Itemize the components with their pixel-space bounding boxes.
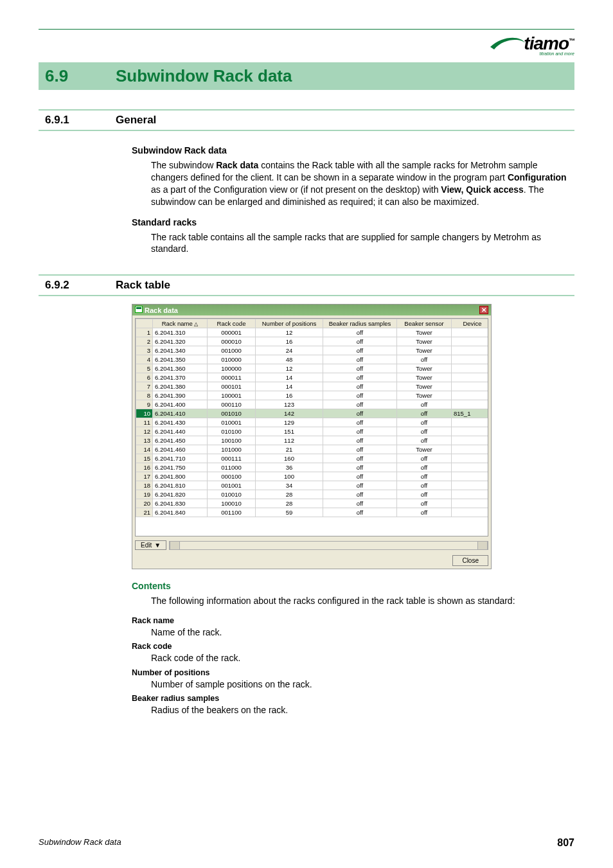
table-row[interactable]: 36.2041.34000100024offTower: [136, 346, 489, 355]
cell-rack-name: 6.2041.350: [153, 355, 208, 364]
subsection-title: Rack table: [116, 279, 170, 292]
logo-name: tiamo: [524, 33, 569, 53]
cell-positions: 12: [256, 364, 323, 373]
table-row[interactable]: 116.2041.430010001129offoff: [136, 418, 489, 427]
cell-rack-code: 010001: [208, 418, 256, 427]
cell-beaker-radius: off: [323, 472, 397, 481]
cell-device: [452, 472, 489, 481]
table-row[interactable]: 26.2041.32000001016offTower: [136, 337, 489, 346]
cell-beaker-radius: off: [323, 508, 397, 517]
paragraph-subwindow: The subwindow Rack data contains the Rac…: [151, 159, 574, 208]
table-row[interactable]: 86.2041.39010000116offTower: [136, 391, 489, 400]
cell-positions: 16: [256, 337, 323, 346]
table-row[interactable]: 146.2041.46010100021offTower: [136, 445, 489, 454]
row-number-header[interactable]: [136, 319, 153, 328]
cell-rack-code: 000001: [208, 328, 256, 337]
cell-rack-code: 000110: [208, 400, 256, 409]
table-row[interactable]: 166.2041.75001100036offoff: [136, 463, 489, 472]
definition-term: Number of positions: [132, 668, 574, 677]
cell-rack-code: 101000: [208, 445, 256, 454]
window-title: Rack data: [135, 306, 178, 314]
row-number: 2: [136, 337, 153, 346]
cell-positions: 14: [256, 382, 323, 391]
cell-rack-name: 6.2041.320: [153, 337, 208, 346]
col-beaker-sensor[interactable]: Beaker sensor: [397, 319, 452, 328]
cell-beaker-radius: off: [323, 481, 397, 490]
cell-rack-code: 001100: [208, 508, 256, 517]
table-row[interactable]: 106.2041.410001010142offoff815_1: [136, 409, 489, 418]
subsection-number: 6.9.1: [45, 114, 116, 127]
col-rack-code[interactable]: Rack code: [208, 319, 256, 328]
cell-rack-code: 100010: [208, 499, 256, 508]
subsection-title: General: [116, 114, 156, 127]
text-bold: Rack data: [216, 160, 258, 170]
footer-title: Subwindow Rack data: [39, 837, 121, 849]
cell-rack-name: 6.2041.820: [153, 490, 208, 499]
cell-rack-code: 000011: [208, 373, 256, 382]
cell-rack-code: 000100: [208, 472, 256, 481]
cell-positions: 14: [256, 373, 323, 382]
cell-positions: 123: [256, 400, 323, 409]
cell-device: [452, 346, 489, 355]
cell-rack-name: 6.2041.360: [153, 364, 208, 373]
page-number: 807: [557, 837, 574, 849]
close-icon[interactable]: ✕: [479, 306, 488, 314]
table-row[interactable]: 156.2041.710000111160offoff: [136, 454, 489, 463]
table-row[interactable]: 136.2041.450100100112offoff: [136, 436, 489, 445]
section-title: Subwindow Rack data: [116, 66, 292, 86]
table-row[interactable]: 46.2041.35001000048offoff: [136, 355, 489, 364]
edit-button[interactable]: Edit ▼: [135, 540, 166, 550]
col-beaker-radius-samples[interactable]: Beaker radius samples: [323, 319, 397, 328]
table-row[interactable]: 186.2041.81000100134offoff: [136, 481, 489, 490]
cell-beaker-radius: off: [323, 382, 397, 391]
close-button[interactable]: Close: [452, 555, 488, 566]
col-rack-name[interactable]: Rack name △: [153, 319, 208, 328]
cell-beaker-radius: off: [323, 337, 397, 346]
row-number: 12: [136, 427, 153, 436]
col-number-of-positions[interactable]: Number of positions: [256, 319, 323, 328]
col-device[interactable]: Device: [452, 319, 489, 328]
table-row[interactable]: 126.2041.440010100151offoff: [136, 427, 489, 436]
window-titlebar[interactable]: Rack data ✕: [132, 305, 491, 315]
table-row[interactable]: 66.2041.37000001114offTower: [136, 373, 489, 382]
cell-positions: 160: [256, 454, 323, 463]
table-row[interactable]: 196.2041.82001001028offoff: [136, 490, 489, 499]
cell-beaker-radius: off: [323, 499, 397, 508]
cell-device: [452, 391, 489, 400]
cell-rack-name: 6.2041.830: [153, 499, 208, 508]
cell-positions: 129: [256, 418, 323, 427]
edit-label: Edit: [141, 542, 152, 549]
table-row[interactable]: 56.2041.36010000012offTower: [136, 364, 489, 373]
cell-beaker-sensor: Tower: [397, 373, 452, 382]
cell-beaker-sensor: off: [397, 427, 452, 436]
paragraph-standard-racks: The rack table contains all the sample r…: [151, 231, 574, 256]
cell-rack-name: 6.2041.810: [153, 481, 208, 490]
cell-device: [452, 454, 489, 463]
heading-subwindow-rack-data: Subwindow Rack data: [132, 145, 574, 155]
table-row[interactable]: 96.2041.400000110123offoff: [136, 400, 489, 409]
cell-device: [452, 445, 489, 454]
table-row[interactable]: 176.2041.800000100100offoff: [136, 472, 489, 481]
cell-rack-name: 6.2041.800: [153, 472, 208, 481]
cell-beaker-radius: off: [323, 346, 397, 355]
sort-ascending-icon: △: [194, 321, 198, 327]
definition-term: Rack name: [132, 616, 574, 625]
cell-beaker-radius: off: [323, 400, 397, 409]
row-number: 17: [136, 472, 153, 481]
logo-swoosh-icon: [489, 34, 526, 56]
definition-body: Number of sample positions on the rack.: [151, 678, 574, 690]
cell-beaker-sensor: Tower: [397, 445, 452, 454]
cell-beaker-sensor: off: [397, 472, 452, 481]
horizontal-scrollbar[interactable]: [169, 541, 488, 550]
text: as a part of the Configuration view or (…: [151, 184, 441, 195]
cell-device: [452, 373, 489, 382]
table-row[interactable]: 16.2041.31000000112offTower: [136, 328, 489, 337]
cell-rack-code: 000111: [208, 454, 256, 463]
cell-rack-code: 001000: [208, 346, 256, 355]
table-row[interactable]: 76.2041.38000010114offTower: [136, 382, 489, 391]
table-row[interactable]: 206.2041.83010001028offoff: [136, 499, 489, 508]
cell-device: [452, 481, 489, 490]
table-row[interactable]: 216.2041.84000110059offoff: [136, 508, 489, 517]
cell-beaker-sensor: Tower: [397, 391, 452, 400]
cell-rack-code: 001010: [208, 409, 256, 418]
